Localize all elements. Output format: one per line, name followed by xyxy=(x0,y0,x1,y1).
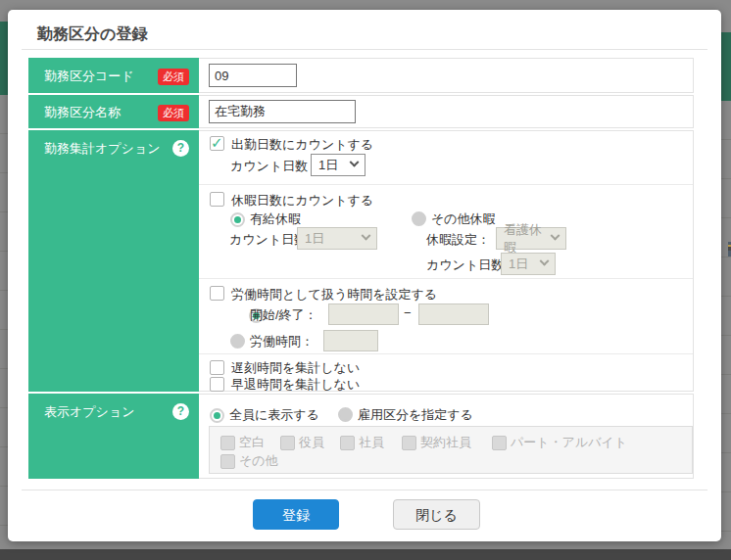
row-work-category-code: 勤務区分コード 必須 xyxy=(28,58,694,93)
employment-type-employee: 社員 xyxy=(340,434,384,451)
specify-employment-label: 雇用区分を指定する xyxy=(358,406,473,424)
content-cell xyxy=(199,95,694,128)
start-end-label: 開始/終了： xyxy=(250,306,317,324)
employment-type-checkbox[interactable] xyxy=(220,454,235,469)
employment-types-box: 空白 役員 社員 契約社員 パート・アルバイト その他 xyxy=(209,426,693,474)
ignore-early-checkbox[interactable] xyxy=(210,377,224,392)
footer-divider xyxy=(22,490,707,490)
help-icon[interactable]: ? xyxy=(172,140,189,157)
close-button[interactable]: 閉じる xyxy=(393,499,480,530)
section-divider xyxy=(199,278,693,279)
row-summary-options: 勤務集計オプション ? 出勤日数にカウントする カウント日数： 1日 休暇日数に… xyxy=(28,130,694,392)
other-count-days-select[interactable]: 1日 xyxy=(501,253,556,275)
background-footer-bar xyxy=(0,549,731,560)
worktime-label: 労働時間として扱う時間を設定する xyxy=(231,286,437,303)
label-cell: 表示オプション ? xyxy=(28,394,199,479)
duration-radio[interactable] xyxy=(230,334,245,349)
employment-type-parttime: パート・アルバイト xyxy=(492,434,627,451)
holiday-setting-select[interactable]: 看護休暇 xyxy=(496,227,566,250)
worktime-checkbox[interactable] xyxy=(210,286,224,301)
employment-type-checkbox[interactable] xyxy=(220,436,235,450)
label-cell: 勤務区分コード 必須 xyxy=(28,58,199,93)
background-table-rows-left xyxy=(0,95,8,548)
count-attendance-checkbox[interactable] xyxy=(210,136,224,151)
specify-employment-radio[interactable] xyxy=(338,407,353,422)
attendance-count-days-label: カウント日数： xyxy=(230,158,320,175)
help-icon[interactable]: ? xyxy=(172,403,189,420)
employment-type-checkbox[interactable] xyxy=(402,436,416,450)
content-cell xyxy=(199,58,694,93)
employment-type-other: その他 xyxy=(220,452,278,470)
duration-input[interactable] xyxy=(323,330,378,351)
count-holiday-checkbox[interactable] xyxy=(210,192,224,207)
content-cell: 全員に表示する 雇用区分を指定する 空白 役員 社員 契約社員 パート・アルバイ… xyxy=(199,394,694,479)
other-holiday-radio[interactable] xyxy=(412,211,426,226)
display-options-label: 表示オプション xyxy=(44,403,135,421)
work-category-dialog: 勤務区分の登録 勤務区分コード 必須 勤務区分名称 必須 xyxy=(8,10,721,541)
form-table: 勤務区分コード 必須 勤務区分名称 必須 勤務集計オプション ? xyxy=(28,58,694,481)
employment-type-checkbox[interactable] xyxy=(492,436,507,450)
employment-type-checkbox[interactable] xyxy=(340,436,355,450)
chevron-down-icon xyxy=(551,231,560,241)
show-all-label: 全員に表示する xyxy=(229,406,319,424)
background-header-band-right xyxy=(721,32,731,101)
employment-type-officer: 役員 xyxy=(280,434,324,451)
attendance-count-days-select[interactable]: 1日 xyxy=(311,154,366,176)
employment-type-checkbox[interactable] xyxy=(280,436,295,450)
start-time-input[interactable] xyxy=(328,303,399,325)
section-divider xyxy=(199,353,693,354)
required-badge: 必須 xyxy=(158,105,189,121)
section-divider xyxy=(199,184,693,185)
ignore-early-label: 早退時間を集計しない xyxy=(231,376,360,394)
ignore-late-checkbox[interactable] xyxy=(210,360,224,375)
background-header-band-left xyxy=(0,22,8,95)
holiday-setting-label: 休暇設定： xyxy=(426,231,490,249)
employment-type-contract: 契約社員 xyxy=(402,434,471,451)
count-attendance-label: 出勤日数にカウントする xyxy=(231,136,373,154)
row-display-options: 表示オプション ? 全員に表示する 雇用区分を指定する 空白 役員 社員 契約社… xyxy=(28,394,694,479)
time-range-dash: − xyxy=(404,305,412,320)
work-category-name-label: 勤務区分名称 xyxy=(44,104,121,121)
work-category-name-input[interactable] xyxy=(209,100,356,123)
label-cell: 勤務区分名称 必須 xyxy=(28,95,199,128)
count-holiday-label: 休暇日数にカウントする xyxy=(231,192,373,210)
work-category-code-label: 勤務区分コード xyxy=(44,68,134,85)
chevron-down-icon xyxy=(362,231,371,241)
summary-options-label: 勤務集計オプション xyxy=(44,140,161,158)
chevron-down-icon xyxy=(350,158,360,167)
show-all-radio[interactable] xyxy=(210,408,224,423)
paid-count-days-select[interactable]: 1日 xyxy=(297,227,377,250)
other-holiday-label: その他休暇 xyxy=(431,210,496,228)
title-divider xyxy=(22,49,707,50)
end-time-input[interactable] xyxy=(418,303,489,325)
work-category-code-input[interactable] xyxy=(209,64,297,87)
employment-type-blank: 空白 xyxy=(220,434,265,451)
paid-holiday-radio[interactable] xyxy=(230,212,245,227)
row-work-category-name: 勤務区分名称 必須 xyxy=(28,95,694,128)
ignore-late-label: 遅刻時間を集計しない xyxy=(231,359,360,377)
register-button[interactable]: 登録 xyxy=(253,499,339,530)
duration-label: 労働時間： xyxy=(250,333,314,350)
paid-holiday-label: 有給休暇 xyxy=(250,210,301,228)
required-badge: 必須 xyxy=(158,69,189,85)
label-cell: 勤務集計オプション ? xyxy=(28,130,199,392)
dialog-title: 勤務区分の登録 xyxy=(37,24,147,45)
content-cell: 出勤日数にカウントする カウント日数： 1日 休暇日数にカウントする 有給休暇 … xyxy=(199,130,694,392)
chevron-down-icon xyxy=(540,257,550,266)
background-table-rows-right xyxy=(721,101,731,548)
